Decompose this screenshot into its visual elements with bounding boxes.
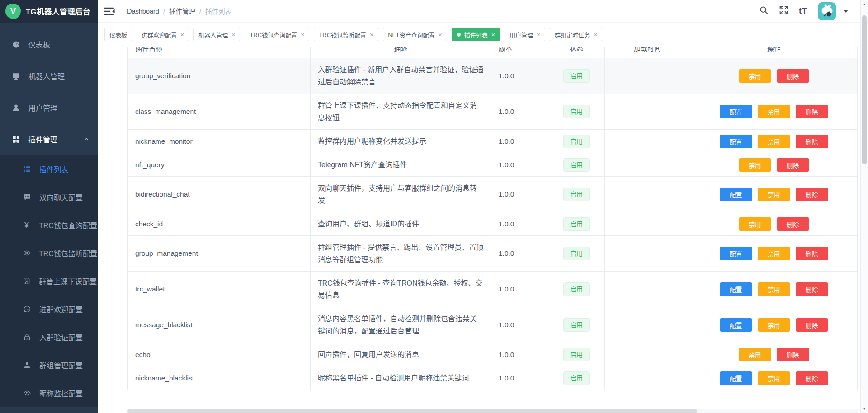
plugin-name-cell: nft_query	[128, 153, 311, 177]
delete-button[interactable]: 删除	[777, 69, 809, 83]
tab-item[interactable]: NFT资产查询配置×	[383, 28, 447, 41]
config-button[interactable]: 配置	[720, 188, 752, 201]
delete-button[interactable]: 删除	[796, 371, 828, 385]
plugin-name-cell: group_verification	[128, 58, 311, 94]
tab-item[interactable]: 进群欢迎配置×	[137, 28, 189, 41]
disable-button[interactable]: 禁用	[758, 105, 790, 118]
disable-button[interactable]: 禁用	[739, 158, 771, 172]
sidebar-subitem[interactable]: 插件列表	[0, 155, 98, 183]
plugin-desc-cell: 消息内容黑名单插件，自动检测并删除包含违禁关键词的消息，配置通过后台管理	[311, 307, 491, 343]
status-badge: 启用	[563, 282, 590, 296]
tab-close-icon[interactable]: ×	[439, 32, 442, 38]
delete-button[interactable]: 删除	[796, 188, 828, 201]
tab-close-icon[interactable]: ×	[537, 32, 540, 38]
scroll-down-icon[interactable]: ▼	[861, 407, 868, 411]
sidebar-subitem[interactable]: 群管上课下课配置	[0, 267, 98, 295]
vertical-scrollbar-thumb[interactable]	[862, 15, 867, 164]
action-buttons: 配置禁用删除	[690, 188, 857, 201]
sidebar-menu: 仪表板机器人管理用户管理插件管理插件列表双向聊天配置TRC钱包查询配置TRC钱包…	[0, 23, 98, 413]
chat-icon	[23, 193, 31, 201]
config-button[interactable]: 配置	[720, 105, 752, 118]
tab-close-icon[interactable]: ×	[491, 32, 495, 38]
config-button[interactable]: 配置	[720, 371, 752, 385]
plugin-desc-cell: 查询用户、群组、频道ID的插件	[311, 212, 491, 236]
delete-button[interactable]: 删除	[777, 158, 809, 172]
tab-item[interactable]: 机器人管理×	[193, 28, 240, 41]
sidebar-subitem[interactable]: 昵称监控配置	[0, 379, 98, 407]
plugin-loadtime-cell	[605, 153, 690, 177]
disable-button[interactable]: 禁用	[739, 348, 771, 361]
disable-button[interactable]: 禁用	[758, 282, 790, 296]
tab-item[interactable]: TRC钱包查询配置×	[245, 28, 309, 41]
plugin-status-cell: 启用	[548, 130, 605, 153]
plugin-actions-cell: 配置禁用删除	[690, 177, 858, 212]
delete-button[interactable]: 删除	[777, 217, 809, 231]
breadcrumb-item[interactable]: Dashboard	[127, 8, 159, 15]
sidebar-subitem[interactable]: TRC钱包监听配置	[0, 239, 98, 267]
plugin-loadtime-cell	[605, 130, 690, 153]
delete-button[interactable]: 删除	[796, 318, 828, 332]
horizontal-scrollbar-thumb[interactable]	[127, 409, 697, 413]
plugin-actions-cell: 配置禁用删除	[690, 130, 858, 153]
avatar[interactable]	[818, 2, 836, 20]
table-row: message_blacklist消息内容黑名单插件，自动检测并删除包含违禁关键…	[128, 307, 858, 343]
collapse-menu-icon[interactable]	[104, 7, 115, 16]
tab-label: 用户管理	[509, 30, 533, 39]
tab-item[interactable]: TRC钱包监听配置×	[314, 28, 378, 41]
delete-button[interactable]: 删除	[796, 282, 828, 296]
disable-button[interactable]: 禁用	[758, 318, 790, 332]
sidebar-item[interactable]: 插件管理	[0, 123, 98, 155]
delete-button[interactable]: 删除	[796, 247, 828, 260]
plugin-actions-cell: 禁用删除	[690, 212, 858, 236]
status-badge: 启用	[563, 371, 590, 385]
tab-close-icon[interactable]: ×	[594, 32, 597, 38]
tab-item[interactable]: 仪表板	[104, 28, 132, 41]
font-size-icon[interactable]: tT	[799, 6, 807, 16]
sidebar-subitem[interactable]: 入群验证配置	[0, 323, 98, 351]
plugin-desc-cell: 群组管理插件 - 提供禁言、踢出、设置管理员、置顶消息等群组管理功能	[311, 236, 491, 272]
disable-button[interactable]: 禁用	[758, 371, 790, 385]
config-button[interactable]: 配置	[720, 135, 752, 148]
tab-close-icon[interactable]: ×	[180, 32, 184, 38]
sidebar-subitem[interactable]: 进群欢迎配置	[0, 295, 98, 323]
delete-button[interactable]: 删除	[777, 348, 809, 361]
tab-close-icon[interactable]: ×	[301, 32, 304, 38]
sidebar-item[interactable]: 用户管理	[0, 92, 98, 123]
chevron-down-icon[interactable]	[844, 10, 848, 13]
plugin-version-cell: 1.0.0	[491, 153, 548, 177]
config-button[interactable]: 配置	[720, 247, 752, 260]
plugin-version-cell: 1.0.0	[491, 236, 548, 272]
vertical-scrollbar[interactable]: ▲ ▼	[860, 0, 868, 413]
disable-button[interactable]: 禁用	[739, 217, 771, 231]
fullscreen-icon[interactable]	[779, 5, 788, 17]
plugin-desc-cell: 昵称黑名单插件 - 自动检测用户昵称违禁关键词	[311, 366, 491, 390]
search-icon[interactable]	[759, 5, 769, 17]
sidebar-subitem[interactable]: 群组管理配置	[0, 351, 98, 379]
sidebar-subitem[interactable]: 双向聊天配置	[0, 183, 98, 211]
sidebar-item[interactable]: 仪表板	[0, 28, 98, 60]
breadcrumb-item[interactable]: 插件管理	[169, 6, 195, 16]
list-icon	[23, 165, 31, 173]
tab-item[interactable]: 群组定时任务×	[550, 28, 602, 41]
delete-button[interactable]: 删除	[796, 105, 828, 118]
sidebar-subitem-label: TRC钱包查询配置	[39, 220, 97, 230]
tab-close-icon[interactable]: ×	[370, 32, 373, 38]
scroll-up-icon[interactable]: ▲	[861, 2, 868, 6]
disable-button[interactable]: 禁用	[758, 247, 790, 260]
disable-button[interactable]: 禁用	[758, 135, 790, 148]
delete-button[interactable]: 删除	[796, 135, 828, 148]
tab-close-icon[interactable]: ×	[231, 32, 235, 38]
sidebar-subitem-label: 双向聊天配置	[39, 192, 83, 202]
disable-button[interactable]: 禁用	[758, 188, 790, 201]
config-button[interactable]: 配置	[720, 318, 752, 332]
sidebar-subitem[interactable]: TRC钱包查询配置	[0, 211, 98, 239]
disable-button[interactable]: 禁用	[739, 69, 771, 83]
tab-active[interactable]: 插件列表×	[452, 28, 500, 41]
sidebar-item[interactable]: 机器人管理	[0, 60, 98, 92]
tab-label: TRC钱包监听配置	[319, 30, 366, 39]
plugin-status-cell: 启用	[548, 236, 605, 272]
tab-item[interactable]: 用户管理×	[505, 28, 545, 41]
plugin-actions-cell: 配置禁用删除	[690, 94, 858, 130]
horizontal-scrollbar[interactable]	[127, 409, 858, 413]
config-button[interactable]: 配置	[720, 282, 752, 296]
